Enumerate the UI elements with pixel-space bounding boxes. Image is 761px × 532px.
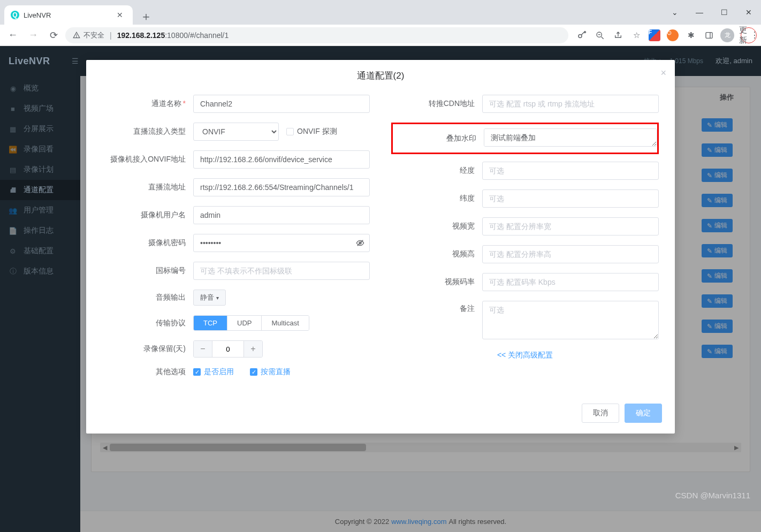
label-audio-out: 音频输出 bbox=[102, 293, 193, 302]
modal-close-icon[interactable]: × bbox=[660, 67, 666, 79]
csdn-watermark: CSDN @Marvin1311 bbox=[675, 491, 750, 500]
label-remark: 备注 bbox=[391, 301, 482, 314]
tab-title: LiveNVR bbox=[24, 11, 81, 19]
label-vbr: 视频码率 bbox=[391, 277, 482, 287]
keep-days-input[interactable] bbox=[212, 341, 244, 357]
lon-input[interactable] bbox=[482, 162, 659, 180]
svg-line-4 bbox=[602, 36, 604, 39]
tab-favicon-icon: Q bbox=[11, 11, 19, 19]
label-stream-addr: 直播流地址 bbox=[102, 183, 193, 192]
extensions-puzzle-icon[interactable]: ✱ bbox=[683, 27, 699, 43]
nav-forward-button[interactable]: → bbox=[25, 27, 42, 44]
cam-pass-input[interactable] bbox=[193, 234, 370, 252]
channel-config-modal: 通道配置(2) × 通道名称* 直播流接入类型 ONVIF ONVIF 探测 bbox=[86, 60, 675, 434]
label-lat: 纬度 bbox=[391, 194, 482, 203]
proto-multicast[interactable]: Multicast bbox=[261, 316, 308, 330]
label-proto: 传输协议 bbox=[102, 318, 193, 328]
onvif-probe-checkbox[interactable]: ONVIF 探测 bbox=[286, 127, 337, 136]
toggle-advanced-link[interactable]: << 关闭高级配置 bbox=[497, 351, 553, 359]
label-other: 其他选项 bbox=[102, 367, 193, 377]
cancel-button[interactable]: 取消 bbox=[582, 404, 619, 423]
window-minimize-button[interactable]: — bbox=[687, 0, 712, 25]
address-bar[interactable]: 不安全 | 192.168.2.125:10800/#/channel/1 bbox=[65, 27, 568, 43]
tab-close-icon[interactable]: ✕ bbox=[113, 11, 126, 19]
video-height-input[interactable] bbox=[482, 245, 659, 263]
bookmark-star-icon[interactable]: ☆ bbox=[628, 27, 644, 43]
svg-point-2 bbox=[579, 34, 582, 37]
window-close-button[interactable]: ✕ bbox=[736, 0, 761, 25]
extension-ff-icon[interactable]: F bbox=[646, 27, 663, 43]
remark-input[interactable] bbox=[482, 301, 659, 339]
profile-avatar[interactable]: 龙 bbox=[719, 27, 735, 43]
extension-octo-icon[interactable]: ⊙ bbox=[665, 27, 681, 43]
access-type-select[interactable]: ONVIF bbox=[193, 123, 279, 141]
url-display: 192.168.2.125:10800/#/channel/1 bbox=[117, 31, 229, 40]
cdn-input[interactable] bbox=[482, 95, 659, 113]
lat-input[interactable] bbox=[482, 189, 659, 208]
channel-name-input[interactable] bbox=[193, 95, 370, 113]
ondemand-checkbox[interactable]: ✓按需直播 bbox=[250, 367, 291, 377]
side-panel-icon[interactable] bbox=[701, 27, 717, 43]
enable-checkbox[interactable]: ✓是否启用 bbox=[193, 367, 234, 377]
browser-update-button[interactable]: 更新⋮ bbox=[741, 27, 757, 43]
gb-id-input[interactable] bbox=[193, 262, 370, 280]
share-icon[interactable] bbox=[610, 27, 626, 43]
security-warning-icon: 不安全 bbox=[73, 31, 104, 40]
label-access-type: 直播流接入类型 bbox=[102, 127, 193, 136]
label-onvif-addr: 摄像机接入ONVIF地址 bbox=[102, 155, 193, 164]
stream-addr-input[interactable] bbox=[193, 178, 370, 196]
label-lon: 经度 bbox=[391, 166, 482, 176]
label-vw: 视频宽 bbox=[391, 222, 482, 231]
password-eye-icon[interactable] bbox=[356, 239, 364, 247]
label-cam-pass: 摄像机密码 bbox=[102, 238, 193, 248]
proto-udp[interactable]: UDP bbox=[227, 316, 261, 330]
chevron-down-icon[interactable]: ⌄ bbox=[663, 0, 687, 25]
label-cdn: 转推CDN地址 bbox=[391, 99, 482, 109]
nav-reload-button[interactable]: ⟳ bbox=[45, 27, 62, 44]
zoom-out-icon[interactable] bbox=[592, 27, 608, 43]
cam-user-input[interactable] bbox=[193, 206, 370, 224]
video-width-input[interactable] bbox=[482, 217, 659, 235]
label-vh: 视频高 bbox=[391, 249, 482, 259]
browser-tab[interactable]: Q LiveNVR ✕ bbox=[4, 5, 133, 25]
onvif-addr-input[interactable] bbox=[193, 150, 370, 169]
stepper-minus-button[interactable]: − bbox=[194, 341, 212, 357]
key-icon[interactable] bbox=[574, 27, 590, 43]
label-channel-name: 通道名称 bbox=[151, 99, 181, 108]
video-bitrate-input[interactable] bbox=[482, 273, 659, 291]
modal-title: 通道配置(2) bbox=[357, 71, 405, 81]
label-watermark: 叠加水印 bbox=[393, 134, 484, 143]
watermark-input[interactable]: 测试前端叠加 bbox=[484, 128, 657, 147]
keep-days-stepper[interactable]: − + bbox=[193, 340, 263, 358]
label-cam-user: 摄像机用户名 bbox=[102, 210, 193, 220]
stepper-plus-button[interactable]: + bbox=[244, 341, 262, 357]
audio-out-dropdown[interactable]: 静音▾ bbox=[193, 290, 226, 306]
watermark-highlight: 叠加水印 测试前端叠加 bbox=[391, 123, 659, 154]
new-tab-button[interactable]: ＋ bbox=[133, 9, 159, 25]
svg-point-1 bbox=[77, 36, 77, 37]
nav-back-button[interactable]: ← bbox=[4, 27, 21, 44]
svg-rect-6 bbox=[706, 32, 712, 38]
proto-tcp[interactable]: TCP bbox=[194, 316, 227, 330]
label-keep-days: 录像保留(天) bbox=[102, 344, 193, 354]
window-maximize-button[interactable]: ☐ bbox=[712, 0, 736, 25]
ok-button[interactable]: 确定 bbox=[625, 404, 662, 423]
label-gb-id: 国标编号 bbox=[102, 266, 193, 276]
